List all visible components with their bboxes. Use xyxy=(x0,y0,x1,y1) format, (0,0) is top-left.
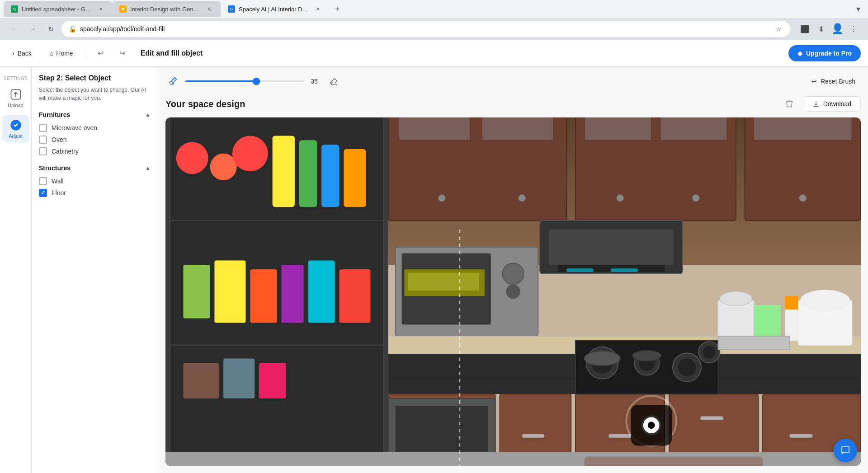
microwave-checkbox[interactable] xyxy=(39,124,47,132)
browser-actions: ⬛ ⬇ 👤 ⋮ xyxy=(797,22,861,36)
structures-section-header[interactable]: Structures ▲ xyxy=(39,164,151,172)
svg-rect-8 xyxy=(399,117,471,140)
new-tab-button[interactable]: + xyxy=(331,3,344,15)
svg-rect-19 xyxy=(549,229,674,265)
home-button[interactable]: ⌂ Home xyxy=(44,47,79,60)
svg-point-27 xyxy=(502,263,524,284)
brush-size-slider-container: 35 xyxy=(185,78,321,85)
svg-point-89 xyxy=(800,290,850,311)
svg-rect-11 xyxy=(660,117,727,140)
upgrade-button[interactable]: ◆ Upgrade to Pro xyxy=(788,45,861,61)
slider-thumb[interactable] xyxy=(253,78,260,85)
address-input[interactable]: 🔒 spacely.ai/app/tool/edit-and-fill ☆ xyxy=(61,21,790,37)
sidebar-adjust-item[interactable]: Adjust xyxy=(2,115,29,142)
back-button[interactable]: ‹ Back xyxy=(7,47,37,60)
oven-checkbox[interactable] xyxy=(39,136,47,144)
svg-rect-39 xyxy=(522,434,544,438)
structures-list: Wall Floor xyxy=(39,177,151,197)
reset-brush-button[interactable]: ↩ Reset Brush xyxy=(806,75,861,88)
furnitures-section-header[interactable]: Furnitures ▲ xyxy=(39,111,151,118)
svg-rect-80 xyxy=(308,260,335,323)
reload-nav-button[interactable]: ↻ xyxy=(43,22,58,36)
furnitures-list: Microwave oven Oven Cabinetry xyxy=(39,124,151,155)
sidebar-icons: SETTINGS Upload Adjust xyxy=(0,67,32,473)
svg-rect-26 xyxy=(408,273,479,290)
reset-brush-label: Reset Brush xyxy=(821,78,855,85)
redo-button[interactable]: ↪ xyxy=(115,46,130,61)
structure-item-wall[interactable]: Wall xyxy=(39,177,151,185)
menu-button[interactable]: ⋮ xyxy=(846,22,861,36)
svg-point-58 xyxy=(632,351,661,361)
svg-point-28 xyxy=(506,285,520,299)
svg-point-56 xyxy=(703,346,716,359)
svg-point-60 xyxy=(720,292,752,306)
svg-rect-43 xyxy=(789,434,812,438)
furniture-item-cabinetry[interactable]: Cabinetry xyxy=(39,147,151,155)
star-icon[interactable]: ☆ xyxy=(774,24,783,33)
slider-track xyxy=(185,80,256,82)
download-button[interactable]: Download xyxy=(803,96,861,112)
profile-button[interactable]: 👤 xyxy=(830,22,844,36)
brush-size-slider[interactable] xyxy=(185,80,304,82)
wall-label: Wall xyxy=(52,178,64,185)
furniture-item-oven[interactable]: Oven xyxy=(39,136,151,144)
wall-checkbox[interactable] xyxy=(39,177,47,185)
canvas-area: 35 ↩ Reset Brush Your space design xyxy=(158,67,868,473)
brush-tool-icon[interactable] xyxy=(165,74,180,89)
svg-point-54 xyxy=(678,358,696,376)
tab-overflow-button[interactable]: ▾ xyxy=(852,3,864,15)
svg-point-70 xyxy=(210,154,237,180)
svg-rect-22 xyxy=(611,268,638,272)
canvas-image-wrapper[interactable] xyxy=(165,117,861,466)
svg-rect-59 xyxy=(718,300,754,341)
floor-checkbox[interactable] xyxy=(39,189,47,197)
svg-point-57 xyxy=(585,351,620,366)
adjust-icon xyxy=(9,119,22,131)
svg-rect-63 xyxy=(785,296,798,309)
header-divider xyxy=(86,48,86,59)
tab-interior-close[interactable]: × xyxy=(205,5,213,13)
structure-item-floor[interactable]: Floor xyxy=(39,189,151,197)
back-label: Back xyxy=(18,50,32,57)
download-browser-button[interactable]: ⬇ xyxy=(814,22,828,36)
interior-favicon: ★ xyxy=(119,5,127,13)
step-title: Step 2: Select Object xyxy=(39,74,151,82)
tab-sheets-title: Untitled spreadsheet - Goo... xyxy=(22,6,93,13)
tab-spacely[interactable]: S Spacely AI | AI Interior Design... × xyxy=(221,1,329,17)
kitchen-svg xyxy=(165,117,861,466)
svg-point-14 xyxy=(519,195,526,202)
sidebar-upload-item[interactable]: Upload xyxy=(2,84,29,112)
tab-spacely-close[interactable]: × xyxy=(314,5,322,13)
cabinetry-checkbox[interactable] xyxy=(39,147,47,155)
tab-sheets-close[interactable]: × xyxy=(97,5,105,13)
cabinetry-label: Cabinetry xyxy=(52,148,79,155)
chat-button[interactable] xyxy=(834,439,857,462)
step-description: Select the object you want to change. Ou… xyxy=(39,86,151,102)
structures-chevron-icon: ▲ xyxy=(145,165,151,171)
tab-bar: S Untitled spreadsheet - Goo... × ★ Inte… xyxy=(0,0,868,18)
furnitures-chevron-icon: ▲ xyxy=(145,112,151,118)
canvas-header: Your space design Download xyxy=(165,96,861,112)
page-title: Edit and fill object xyxy=(141,49,203,57)
delete-button[interactable] xyxy=(781,96,797,112)
extensions-button[interactable]: ⬛ xyxy=(797,22,812,36)
tab-sheets[interactable]: S Untitled spreadsheet - Goo... × xyxy=(4,1,112,17)
svg-rect-76 xyxy=(183,265,210,318)
trash-icon xyxy=(785,99,794,108)
tab-interior[interactable]: ★ Interior Design with Generati... × xyxy=(112,1,221,17)
svg-rect-41 xyxy=(700,417,723,420)
svg-point-17 xyxy=(799,195,807,202)
back-nav-button[interactable]: ← xyxy=(7,22,22,36)
undo-button[interactable]: ↩ xyxy=(94,46,108,61)
sheets-favicon: S xyxy=(11,5,18,13)
furniture-item-microwave[interactable]: Microwave oven xyxy=(39,124,151,132)
eraser-icon[interactable] xyxy=(326,74,341,89)
address-icons: ☆ xyxy=(774,24,783,33)
app: ‹ Back ⌂ Home ↩ ↪ Edit and fill object ◆… xyxy=(0,40,868,473)
structures-label: Structures xyxy=(39,164,71,172)
tab-interior-title: Interior Design with Generati... xyxy=(130,6,202,13)
svg-rect-75 xyxy=(344,149,366,207)
svg-point-15 xyxy=(617,195,624,202)
forward-nav-button[interactable]: → xyxy=(25,22,40,36)
adjust-label: Adjust xyxy=(9,133,23,139)
